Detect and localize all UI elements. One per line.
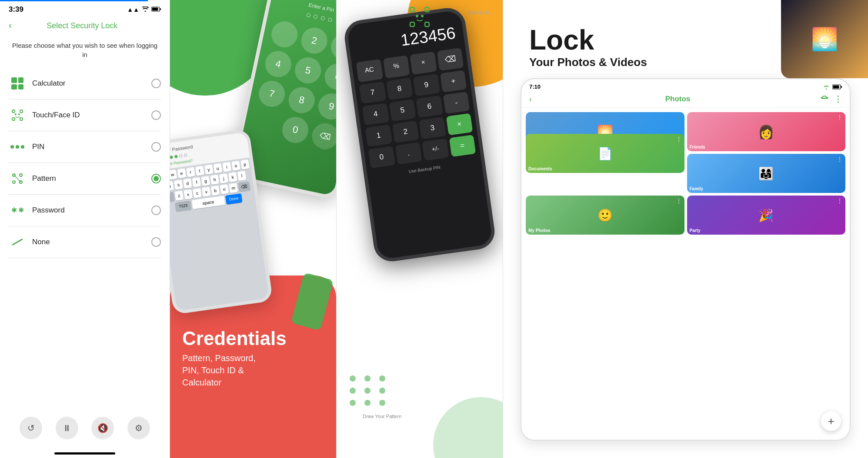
menu-item-none[interactable]: None bbox=[9, 226, 161, 258]
svg-rect-14 bbox=[410, 7, 414, 12]
svg-rect-2 bbox=[152, 8, 158, 11]
svg-rect-3 bbox=[12, 110, 15, 113]
phone-mockup-photos: 7:10 ‹ Photos ⋮ 🌅 Download ⋮ bbox=[521, 78, 851, 441]
password-label: Password bbox=[32, 206, 151, 215]
pin-enter-label: Enter a Pin bbox=[308, 2, 334, 13]
mute-button[interactable]: 🔇 bbox=[91, 417, 114, 439]
p4-nav-title: Photos bbox=[535, 95, 820, 103]
svg-point-19 bbox=[421, 15, 424, 17]
svg-rect-17 bbox=[425, 22, 429, 27]
credentials-text-block: Credentials Pattern, Password,PIN, Touch… bbox=[182, 329, 287, 388]
none-icon bbox=[9, 233, 26, 251]
status-icons: ▲▲ bbox=[127, 6, 161, 13]
svg-point-11 bbox=[13, 181, 15, 183]
credentials-panel: Credentials Pattern, Password,PIN, Touch… bbox=[170, 0, 336, 458]
svg-rect-4 bbox=[20, 110, 23, 113]
pattern-label: Pattern bbox=[32, 174, 151, 183]
calculator-pattern-panel: Access N... 123456 AC bbox=[336, 0, 503, 458]
menu-item-password[interactable]: ✱ ✱ Password bbox=[9, 195, 161, 226]
password-radio[interactable] bbox=[151, 206, 161, 215]
party-folder[interactable]: 🎉 Party ⋮ bbox=[687, 196, 846, 235]
battery-icon bbox=[151, 6, 161, 13]
pin-icon bbox=[9, 138, 26, 156]
svg-rect-22 bbox=[833, 85, 839, 88]
access-label: Access N... bbox=[467, 10, 494, 16]
pattern-icon bbox=[9, 170, 26, 187]
signal-icon: ▲▲ bbox=[127, 6, 139, 13]
svg-rect-15 bbox=[425, 7, 429, 12]
settings-icon: ⚙ bbox=[135, 423, 143, 433]
menu-list: Calculator Touch/Face ID bbox=[0, 68, 170, 410]
calculator-label: Calculator bbox=[32, 79, 151, 88]
faceid-icon bbox=[9, 106, 26, 124]
add-folder-button[interactable]: + bbox=[821, 411, 841, 431]
credentials-title: Credentials bbox=[182, 329, 287, 348]
menu-item-calculator[interactable]: Calculator bbox=[9, 68, 161, 100]
credentials-subtitle: Pattern, Password,PIN, Touch ID &Calcula… bbox=[182, 352, 287, 388]
touchfaceid-radio[interactable] bbox=[151, 110, 161, 120]
lock-photos-panel: Lock Your Photos & Videos 7:10 ‹ Photos … bbox=[503, 0, 868, 458]
pattern-radio[interactable] bbox=[151, 174, 161, 183]
status-time: 3:39 bbox=[9, 5, 23, 14]
pause-icon: ⏸ bbox=[63, 423, 71, 433]
photo-grid: 🌅 Download ⋮ 👩 Friends ⋮ 📄 Documents ⋮ bbox=[521, 108, 850, 239]
pause-button[interactable]: ⏸ bbox=[56, 417, 78, 439]
pattern-dots-grid bbox=[350, 375, 388, 406]
settings-button[interactable]: ⚙ bbox=[127, 417, 150, 439]
green-bottom-shape bbox=[433, 397, 503, 458]
p4-time: 7:10 bbox=[529, 83, 541, 90]
bottom-bar: ↺ ⏸ 🔇 ⚙ bbox=[0, 410, 170, 452]
subtitle-text: Please choose what you wish to see when … bbox=[0, 37, 170, 68]
none-radio[interactable] bbox=[151, 237, 161, 247]
none-label: None bbox=[32, 238, 151, 246]
loading-progress bbox=[0, 0, 148, 1]
menu-item-touchfaceid[interactable]: Touch/Face ID bbox=[9, 100, 161, 131]
back-button[interactable]: ‹ bbox=[9, 20, 12, 31]
calculator-icon bbox=[9, 75, 26, 92]
svg-rect-1 bbox=[160, 8, 161, 10]
svg-rect-21 bbox=[841, 86, 842, 88]
svg-point-10 bbox=[20, 174, 22, 176]
svg-point-8 bbox=[18, 113, 20, 115]
family-folder[interactable]: 👨‍👩‍👧 Family ⋮ bbox=[687, 154, 846, 193]
documents-folder[interactable]: 📄 Documents ⋮ bbox=[526, 134, 684, 173]
svg-rect-6 bbox=[20, 118, 23, 120]
my-photos-folder[interactable]: 🙂 My Photos ⋮ bbox=[526, 196, 684, 235]
svg-point-18 bbox=[416, 15, 418, 17]
nav-header: ‹ Select Security Lock bbox=[0, 17, 170, 37]
svg-point-7 bbox=[15, 113, 17, 115]
calculator-radio[interactable] bbox=[151, 79, 161, 88]
password-icon: ✱ ✱ bbox=[9, 202, 26, 219]
status-bar: 3:39 ▲▲ bbox=[0, 0, 170, 17]
pin-radio[interactable] bbox=[151, 142, 161, 152]
menu-item-pin[interactable]: PIN bbox=[9, 131, 161, 163]
mute-icon: 🔇 bbox=[97, 423, 108, 433]
svg-rect-16 bbox=[410, 22, 414, 27]
reset-button[interactable]: ↺ bbox=[20, 417, 42, 439]
reset-icon: ↺ bbox=[27, 423, 35, 433]
friends-folder[interactable]: 👩 Friends ⋮ bbox=[687, 112, 846, 151]
menu-item-pattern[interactable]: Pattern bbox=[9, 163, 161, 195]
touchfaceid-label: Touch/Face ID bbox=[32, 111, 151, 119]
page-title: Select Security Lock bbox=[16, 21, 148, 30]
draw-pattern-label: Draw Your Pattern bbox=[363, 414, 401, 419]
face-id-icon bbox=[409, 6, 431, 30]
wifi-icon bbox=[142, 6, 149, 13]
home-indicator bbox=[54, 452, 115, 455]
pin-label: PIN bbox=[32, 143, 151, 151]
security-lock-panel: 3:39 ▲▲ ‹ Select Security Lock Please ch… bbox=[0, 0, 170, 458]
svg-rect-5 bbox=[12, 118, 15, 120]
top-right-photo-decor: 🌅 bbox=[781, 0, 868, 78]
